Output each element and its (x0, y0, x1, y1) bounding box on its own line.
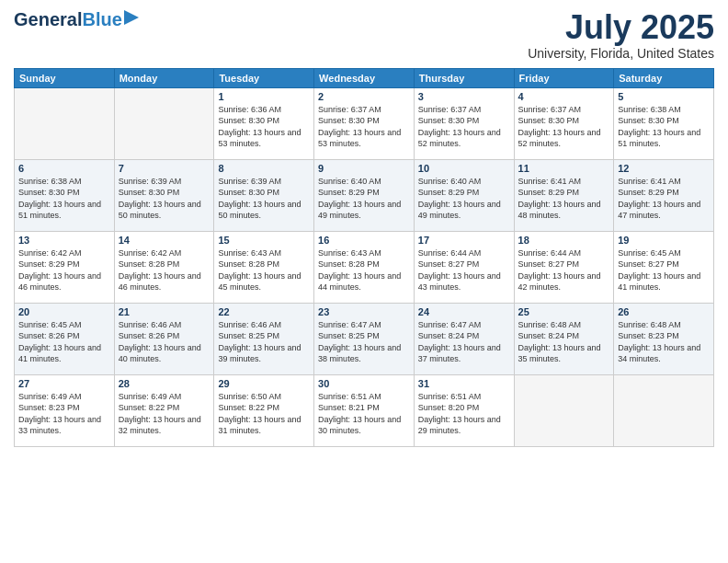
table-row: 26 Sunrise: 6:48 AMSunset: 8:23 PMDaylig… (614, 303, 714, 374)
calendar-table: Sunday Monday Tuesday Wednesday Thursday… (14, 68, 714, 447)
day-number: 15 (218, 235, 310, 246)
day-detail: Sunrise: 6:41 AMSunset: 8:29 PMDaylight:… (518, 177, 601, 221)
table-row: 31 Sunrise: 6:51 AMSunset: 8:20 PMDaylig… (414, 374, 514, 446)
table-row: 21 Sunrise: 6:46 AMSunset: 8:26 PMDaylig… (114, 303, 214, 374)
calendar-week-row: 6 Sunrise: 6:38 AMSunset: 8:30 PMDayligh… (15, 159, 714, 231)
table-row: 27 Sunrise: 6:49 AMSunset: 8:23 PMDaylig… (15, 374, 115, 446)
table-row: 3 Sunrise: 6:37 AMSunset: 8:30 PMDayligh… (414, 87, 514, 159)
logo: GeneralBlue (14, 9, 142, 30)
day-detail: Sunrise: 6:47 AMSunset: 8:24 PMDaylight:… (418, 320, 501, 364)
day-detail: Sunrise: 6:44 AMSunset: 8:27 PMDaylight:… (418, 248, 501, 293)
day-number: 28 (119, 378, 210, 389)
day-detail: Sunrise: 6:40 AMSunset: 8:29 PMDaylight:… (318, 177, 401, 221)
day-detail: Sunrise: 6:42 AMSunset: 8:28 PMDaylight:… (119, 248, 201, 293)
table-row: 9 Sunrise: 6:40 AMSunset: 8:29 PMDayligh… (314, 159, 415, 231)
calendar-week-row: 1 Sunrise: 6:36 AMSunset: 8:30 PMDayligh… (15, 87, 714, 159)
day-number: 18 (518, 235, 610, 246)
day-detail: Sunrise: 6:36 AMSunset: 8:30 PMDaylight:… (218, 105, 301, 149)
day-number: 7 (119, 163, 210, 174)
table-row: 7 Sunrise: 6:39 AMSunset: 8:30 PMDayligh… (114, 159, 214, 231)
day-number: 20 (18, 306, 110, 317)
day-number: 9 (318, 163, 410, 174)
col-saturday: Saturday (614, 68, 714, 87)
calendar-header-row: Sunday Monday Tuesday Wednesday Thursday… (15, 68, 714, 87)
table-row: 1 Sunrise: 6:36 AMSunset: 8:30 PMDayligh… (214, 87, 314, 159)
day-number: 3 (418, 91, 510, 102)
day-number: 13 (18, 235, 110, 246)
table-row: 19 Sunrise: 6:45 AMSunset: 8:27 PMDaylig… (614, 231, 714, 303)
day-detail: Sunrise: 6:43 AMSunset: 8:28 PMDaylight:… (218, 248, 301, 293)
day-detail: Sunrise: 6:49 AMSunset: 8:23 PMDaylight:… (18, 392, 101, 436)
table-row: 8 Sunrise: 6:39 AMSunset: 8:30 PMDayligh… (214, 159, 314, 231)
table-row: 14 Sunrise: 6:42 AMSunset: 8:28 PMDaylig… (114, 231, 214, 303)
col-wednesday: Wednesday (314, 68, 415, 87)
day-number: 29 (218, 378, 310, 389)
table-row: 13 Sunrise: 6:42 AMSunset: 8:29 PMDaylig… (15, 231, 115, 303)
table-row (614, 374, 714, 446)
day-number: 17 (418, 235, 510, 246)
title-block: July 2025 University, Florida, United St… (528, 9, 714, 61)
subtitle: University, Florida, United States (528, 46, 714, 61)
day-number: 23 (318, 306, 410, 317)
table-row (15, 87, 115, 159)
table-row: 18 Sunrise: 6:44 AMSunset: 8:27 PMDaylig… (514, 231, 614, 303)
header: GeneralBlue July 2025 University, Florid… (14, 9, 714, 61)
table-row: 5 Sunrise: 6:38 AMSunset: 8:30 PMDayligh… (614, 87, 714, 159)
day-number: 25 (518, 306, 610, 317)
day-number: 22 (218, 306, 310, 317)
day-detail: Sunrise: 6:37 AMSunset: 8:30 PMDaylight:… (518, 105, 601, 149)
day-number: 4 (518, 91, 610, 102)
day-detail: Sunrise: 6:51 AMSunset: 8:21 PMDaylight:… (318, 392, 401, 436)
day-detail: Sunrise: 6:45 AMSunset: 8:27 PMDaylight:… (618, 248, 700, 293)
col-friday: Friday (514, 68, 614, 87)
table-row: 29 Sunrise: 6:50 AMSunset: 8:22 PMDaylig… (214, 374, 314, 446)
day-detail: Sunrise: 6:48 AMSunset: 8:24 PMDaylight:… (518, 320, 601, 364)
svg-marker-0 (124, 10, 139, 25)
day-number: 8 (218, 163, 310, 174)
day-detail: Sunrise: 6:38 AMSunset: 8:30 PMDaylight:… (18, 177, 101, 221)
day-number: 14 (119, 235, 210, 246)
day-detail: Sunrise: 6:39 AMSunset: 8:30 PMDaylight:… (218, 177, 301, 221)
day-detail: Sunrise: 6:43 AMSunset: 8:28 PMDaylight:… (318, 248, 401, 293)
day-detail: Sunrise: 6:37 AMSunset: 8:30 PMDaylight:… (318, 105, 401, 149)
day-detail: Sunrise: 6:46 AMSunset: 8:26 PMDaylight:… (119, 320, 201, 364)
day-number: 11 (518, 163, 610, 174)
col-thursday: Thursday (414, 68, 514, 87)
calendar-week-row: 27 Sunrise: 6:49 AMSunset: 8:23 PMDaylig… (15, 374, 714, 446)
day-detail: Sunrise: 6:45 AMSunset: 8:26 PMDaylight:… (18, 320, 101, 364)
day-detail: Sunrise: 6:42 AMSunset: 8:29 PMDaylight:… (18, 248, 101, 293)
day-number: 27 (18, 378, 110, 389)
col-monday: Monday (114, 68, 214, 87)
table-row: 15 Sunrise: 6:43 AMSunset: 8:28 PMDaylig… (214, 231, 314, 303)
table-row: 2 Sunrise: 6:37 AMSunset: 8:30 PMDayligh… (314, 87, 415, 159)
day-detail: Sunrise: 6:47 AMSunset: 8:25 PMDaylight:… (318, 320, 401, 364)
table-row: 6 Sunrise: 6:38 AMSunset: 8:30 PMDayligh… (15, 159, 115, 231)
table-row: 16 Sunrise: 6:43 AMSunset: 8:28 PMDaylig… (314, 231, 415, 303)
day-detail: Sunrise: 6:37 AMSunset: 8:30 PMDaylight:… (418, 105, 501, 149)
day-number: 24 (418, 306, 510, 317)
day-number: 21 (119, 306, 210, 317)
page: GeneralBlue July 2025 University, Florid… (0, 0, 728, 563)
table-row: 24 Sunrise: 6:47 AMSunset: 8:24 PMDaylig… (414, 303, 514, 374)
day-number: 2 (318, 91, 410, 102)
day-number: 30 (318, 378, 410, 389)
table-row (114, 87, 214, 159)
main-title: July 2025 (528, 9, 714, 46)
table-row: 25 Sunrise: 6:48 AMSunset: 8:24 PMDaylig… (514, 303, 614, 374)
day-detail: Sunrise: 6:50 AMSunset: 8:22 PMDaylight:… (218, 392, 301, 436)
day-number: 19 (618, 235, 710, 246)
day-detail: Sunrise: 6:49 AMSunset: 8:22 PMDaylight:… (119, 392, 201, 436)
table-row: 4 Sunrise: 6:37 AMSunset: 8:30 PMDayligh… (514, 87, 614, 159)
logo-text: GeneralBlue (14, 9, 122, 30)
day-detail: Sunrise: 6:40 AMSunset: 8:29 PMDaylight:… (418, 177, 501, 221)
day-number: 1 (218, 91, 310, 102)
day-number: 6 (18, 163, 110, 174)
day-detail: Sunrise: 6:51 AMSunset: 8:20 PMDaylight:… (418, 392, 501, 436)
day-number: 31 (418, 378, 510, 389)
day-detail: Sunrise: 6:39 AMSunset: 8:30 PMDaylight:… (119, 177, 201, 221)
logo-arrow-icon (124, 8, 142, 27)
day-number: 16 (318, 235, 410, 246)
day-number: 5 (618, 91, 710, 102)
day-detail: Sunrise: 6:48 AMSunset: 8:23 PMDaylight:… (618, 320, 700, 364)
table-row: 22 Sunrise: 6:46 AMSunset: 8:25 PMDaylig… (214, 303, 314, 374)
